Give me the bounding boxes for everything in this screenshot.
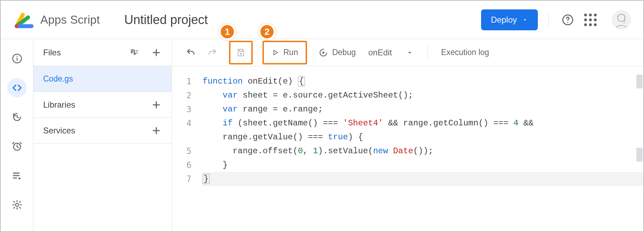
apps-script-logo [13,9,34,31]
callout-1: 1 [219,23,236,40]
editor-area: 1 2 Run Debug [172,39,643,231]
account-avatar[interactable] [612,10,631,29]
avatar-image [612,10,630,29]
add-library-button[interactable] [149,97,164,113]
file-item[interactable]: Code.gs [33,66,172,92]
add-service-button[interactable] [149,123,164,138]
save-highlight [229,41,253,64]
files-panel: Files AZ Code.gs Libraries Services [33,39,172,231]
scrollbar-marker [636,148,643,162]
services-label: Services [43,126,75,136]
alarm-icon [12,141,22,152]
redo-button[interactable] [203,43,222,62]
svg-rect-13 [239,49,242,51]
libraries-section: Libraries [33,92,172,118]
plus-icon [151,125,162,136]
add-file-button[interactable] [149,45,164,60]
app-header: Apps Script Untitled project Deploy [1,1,643,39]
history-icon [12,112,22,122]
help-icon [562,14,574,26]
divider [548,11,549,28]
svg-point-0 [15,24,18,28]
play-icon [272,49,279,56]
plus-icon [151,47,162,58]
files-panel-title: Files [43,48,61,57]
sort-files-button[interactable]: AZ [130,45,145,60]
code-content[interactable]: function onEdit(e) { var sheet = e.sourc… [196,66,643,231]
plus-icon [151,100,162,110]
product-name: Apps Script [40,13,100,26]
file-name: Code.gs [43,74,73,84]
svg-point-2 [26,15,30,19]
divider [427,45,428,60]
rail-overview[interactable] [7,49,27,68]
save-icon [236,47,246,58]
help-button[interactable] [559,11,576,29]
rail-executions[interactable] [7,137,27,156]
caret-down-icon [406,49,414,56]
code-icon [12,83,22,93]
debug-icon [319,48,328,57]
function-select[interactable]: onEdit [363,48,419,57]
editor-toolbar: Run Debug onEdit Execution log [172,39,643,66]
svg-rect-6 [612,11,630,29]
svg-point-5 [567,22,568,23]
project-title[interactable]: Untitled project [124,13,208,27]
files-panel-header: Files AZ [33,39,172,66]
run-highlight: Run [262,41,307,64]
svg-point-12 [15,203,18,207]
rail-triggers[interactable] [7,107,27,127]
rail-settings[interactable] [7,195,27,215]
gear-icon [12,200,22,210]
svg-point-3 [30,24,33,28]
google-apps-button[interactable] [584,14,597,26]
svg-point-14 [240,53,242,55]
deploy-button[interactable]: Deploy [481,9,538,30]
execution-log-button[interactable]: Execution log [436,43,494,62]
libraries-label: Libraries [43,100,75,110]
rail-editor[interactable] [7,78,27,98]
info-icon [12,53,22,64]
run-button-label: Run [283,48,298,57]
deploy-button-label: Deploy [491,15,517,25]
code-editor[interactable]: 1 2 3 4 5 6 7 function onEdit(e) { var s… [172,66,643,231]
run-button[interactable]: Run [265,43,305,62]
scrollbar-marker [636,75,643,88]
callout-2: 2 [258,23,276,40]
redo-icon [207,48,217,57]
svg-rect-10 [16,56,17,57]
product-brand: Apps Script [13,9,100,31]
svg-point-1 [21,13,25,16]
left-rail [1,39,33,231]
caret-down-icon [522,17,528,23]
rail-execution-log[interactable] [7,166,27,185]
save-button[interactable] [231,43,251,62]
execution-log-label: Execution log [441,48,489,57]
function-select-value: onEdit [368,48,392,57]
debug-button-label: Debug [332,48,356,57]
undo-icon [186,48,196,57]
undo-button[interactable] [181,43,201,62]
line-gutter: 1 2 3 4 5 6 7 [172,66,196,231]
services-section: Services [33,118,172,144]
playlist-icon [12,171,22,180]
svg-rect-9 [16,58,17,61]
debug-button[interactable]: Debug [314,43,361,62]
